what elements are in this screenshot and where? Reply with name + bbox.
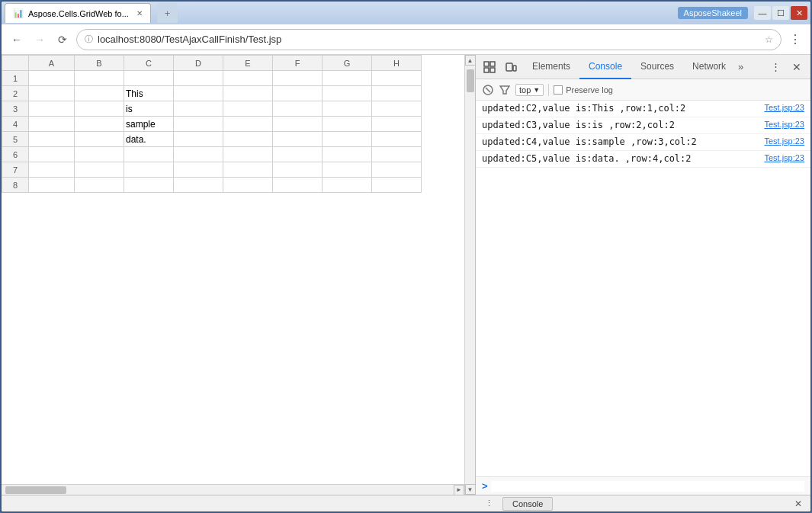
tab-sources[interactable]: Sources	[631, 55, 683, 79]
cell-3-H[interactable]	[372, 101, 422, 117]
cell-8-F[interactable]	[273, 178, 323, 193]
cell-8-B[interactable]	[75, 178, 124, 193]
console-context-select[interactable]: top ▼	[515, 84, 544, 96]
profile-button[interactable]: AsposeShakeel	[678, 7, 748, 19]
devtools-device-button[interactable]	[502, 58, 520, 76]
cell-2-C[interactable]: This	[124, 86, 174, 101]
console-tab-bottom[interactable]: Console	[502, 497, 553, 511]
cell-5-G[interactable]	[323, 132, 372, 147]
col-header-e[interactable]: E	[223, 56, 273, 71]
console-message-source[interactable]: Test.jsp:23	[764, 103, 804, 112]
col-header-h[interactable]: H	[372, 56, 422, 71]
cell-6-G[interactable]	[323, 147, 372, 162]
bookmark-icon[interactable]: ☆	[765, 34, 773, 45]
cell-5-E[interactable]	[223, 132, 273, 147]
col-header-f[interactable]: F	[273, 56, 323, 71]
cell-1-B[interactable]	[75, 71, 124, 86]
scroll-down-arrow[interactable]: ▼	[465, 484, 476, 495]
cell-4-D[interactable]	[174, 117, 223, 132]
devtools-settings-button[interactable]: ⋮	[766, 58, 785, 76]
cell-1-H[interactable]	[372, 71, 422, 86]
cell-5-F[interactable]	[273, 132, 323, 147]
minimize-button[interactable]: —	[754, 6, 771, 20]
scroll-right-arrow[interactable]: ►	[454, 485, 464, 495]
menu-button[interactable]: ⋮	[786, 30, 804, 49]
maximize-button[interactable]: ☐	[772, 6, 789, 20]
console-message-source[interactable]: Test.jsp:23	[764, 136, 804, 146]
devtools-bottom-close[interactable]: ✕	[792, 498, 804, 510]
cell-1-E[interactable]	[223, 71, 273, 86]
cell-6-D[interactable]	[174, 147, 223, 162]
cell-2-D[interactable]	[174, 86, 223, 101]
tab-new[interactable]: +	[157, 3, 178, 23]
cell-3-D[interactable]	[174, 101, 223, 117]
cell-3-F[interactable]	[273, 101, 323, 117]
cell-6-F[interactable]	[273, 147, 323, 162]
cell-6-C[interactable]	[124, 147, 174, 162]
cell-6-E[interactable]	[223, 147, 273, 162]
cell-8-A[interactable]	[29, 178, 75, 193]
col-header-g[interactable]: G	[323, 56, 372, 71]
cell-1-F[interactable]	[273, 71, 323, 86]
vertical-scrollbar[interactable]: ▲ ▼	[464, 55, 475, 495]
cell-5-C[interactable]: data.	[124, 132, 174, 147]
cell-6-H[interactable]	[372, 147, 422, 162]
cell-5-A[interactable]	[29, 132, 75, 147]
devtools-more-tabs[interactable]: »	[738, 61, 743, 72]
back-button[interactable]: ←	[8, 30, 26, 49]
cell-1-A[interactable]	[29, 71, 75, 86]
cell-5-D[interactable]	[174, 132, 223, 147]
cell-7-A[interactable]	[29, 162, 75, 178]
cell-5-B[interactable]	[75, 132, 124, 147]
devtools-inspect-button[interactable]	[480, 58, 499, 76]
col-header-b[interactable]: B	[75, 56, 124, 71]
cell-4-H[interactable]	[372, 117, 422, 132]
cell-7-B[interactable]	[75, 162, 124, 178]
v-scroll-track[interactable]	[467, 66, 474, 484]
grid-container[interactable]: A B C D E F G H 12This3is4sample5data.67…	[2, 55, 464, 484]
v-scroll-thumb[interactable]	[467, 69, 474, 92]
cell-4-A[interactable]	[29, 117, 75, 132]
console-filter-button[interactable]	[499, 84, 511, 96]
close-button[interactable]: ✕	[791, 6, 807, 20]
cell-7-H[interactable]	[372, 162, 422, 178]
cell-6-B[interactable]	[75, 147, 124, 162]
cell-3-C[interactable]: is	[124, 101, 174, 117]
cell-4-E[interactable]	[223, 117, 273, 132]
cell-4-F[interactable]	[273, 117, 323, 132]
cell-7-D[interactable]	[174, 162, 223, 178]
cell-3-E[interactable]	[223, 101, 273, 117]
col-header-a[interactable]: A	[29, 56, 75, 71]
devtools-close-button[interactable]: ✕	[788, 58, 806, 76]
tab-close-button[interactable]: ✕	[136, 9, 143, 18]
h-scroll-thumb[interactable]	[5, 486, 66, 494]
cell-2-H[interactable]	[372, 86, 422, 101]
horizontal-scrollbar[interactable]: ►	[2, 484, 464, 495]
tab-active[interactable]: 📊 Aspose.Cells.GridWeb fo... ✕	[5, 3, 151, 23]
cell-8-D[interactable]	[174, 178, 223, 193]
cell-8-G[interactable]	[323, 178, 372, 193]
refresh-button[interactable]: ⟳	[53, 30, 72, 49]
cell-3-B[interactable]	[75, 101, 124, 117]
cell-2-A[interactable]	[29, 86, 75, 101]
tab-console[interactable]: Console	[579, 55, 631, 79]
cell-8-H[interactable]	[372, 178, 422, 193]
cell-5-H[interactable]	[372, 132, 422, 147]
cell-7-F[interactable]	[273, 162, 323, 178]
cell-8-C[interactable]	[124, 178, 174, 193]
console-clear-button[interactable]	[482, 84, 494, 96]
scroll-up-arrow[interactable]: ▲	[465, 55, 476, 66]
cell-7-G[interactable]	[323, 162, 372, 178]
h-scroll-track[interactable]	[2, 486, 454, 494]
col-header-c[interactable]: C	[124, 56, 174, 71]
devtools-bottom-icon[interactable]: ⋮	[481, 498, 496, 510]
cell-4-B[interactable]	[75, 117, 124, 132]
cell-3-G[interactable]	[323, 101, 372, 117]
preserve-log-checkbox[interactable]	[554, 85, 563, 95]
tab-elements[interactable]: Elements	[523, 55, 579, 79]
cell-1-D[interactable]	[174, 71, 223, 86]
cell-7-E[interactable]	[223, 162, 273, 178]
cell-1-C[interactable]	[124, 71, 174, 86]
cell-4-C[interactable]: sample	[124, 117, 174, 132]
console-message-source[interactable]: Test.jsp:23	[764, 153, 804, 162]
